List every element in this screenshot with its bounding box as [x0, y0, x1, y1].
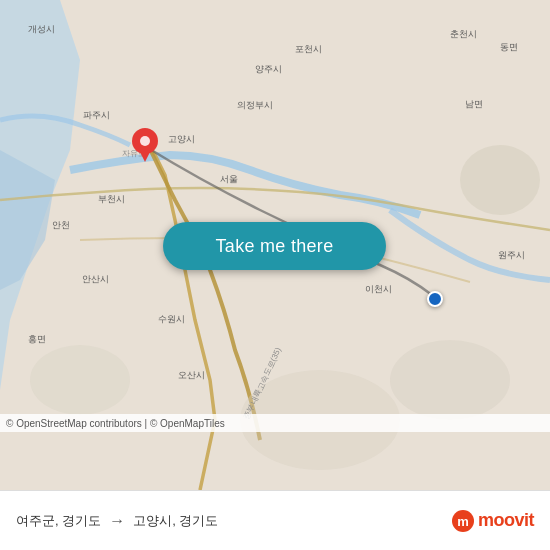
- origin-pin: [132, 128, 158, 166]
- map-container: 개성시 파주시 의정부시 포천시 양주시 춘천시 동면 남면 고양시 서울 이천…: [0, 0, 550, 490]
- svg-text:고양시: 고양시: [168, 134, 195, 144]
- svg-marker-26: [138, 148, 152, 162]
- svg-text:파주시: 파주시: [83, 110, 110, 120]
- svg-point-4: [30, 345, 130, 415]
- footer-route: 여주군, 경기도 → 고양시, 경기도: [16, 512, 452, 530]
- take-me-there-button[interactable]: Take me there: [163, 222, 386, 270]
- footer-destination: 고양시, 경기도: [133, 512, 218, 530]
- svg-text:이천시: 이천시: [365, 284, 392, 294]
- svg-text:동면: 동면: [500, 42, 518, 52]
- moovit-logo: m moovit: [452, 510, 534, 532]
- svg-text:원주시: 원주시: [498, 250, 525, 260]
- svg-text:흥면: 흥면: [28, 334, 46, 344]
- svg-text:안천: 안천: [52, 220, 70, 230]
- svg-text:m: m: [457, 514, 469, 529]
- attribution-text: © OpenStreetMap contributors | © OpenMap…: [6, 418, 225, 429]
- svg-text:양주시: 양주시: [255, 64, 282, 74]
- svg-point-27: [140, 136, 150, 146]
- svg-text:의정부시: 의정부시: [237, 100, 273, 110]
- svg-text:남면: 남면: [465, 99, 483, 109]
- svg-point-3: [460, 145, 540, 215]
- svg-text:수원시: 수원시: [158, 314, 185, 324]
- svg-text:서울: 서울: [220, 174, 238, 184]
- take-me-there-label: Take me there: [216, 236, 334, 257]
- destination-dot: [427, 291, 443, 307]
- footer-origin: 여주군, 경기도: [16, 512, 101, 530]
- svg-text:개성시: 개성시: [28, 24, 55, 34]
- svg-text:포천시: 포천시: [295, 44, 322, 54]
- svg-point-2: [390, 340, 510, 420]
- svg-text:부천시: 부천시: [98, 194, 125, 204]
- footer-arrow: →: [109, 512, 125, 530]
- map-attribution: © OpenStreetMap contributors | © OpenMap…: [0, 414, 550, 432]
- moovit-icon: m: [452, 510, 474, 532]
- moovit-brand-name: moovit: [478, 510, 534, 531]
- svg-text:오산시: 오산시: [178, 370, 205, 380]
- svg-text:안산시: 안산시: [82, 274, 109, 284]
- footer: 여주군, 경기도 → 고양시, 경기도 m moovit: [0, 490, 550, 550]
- svg-text:춘천시: 춘천시: [450, 29, 477, 39]
